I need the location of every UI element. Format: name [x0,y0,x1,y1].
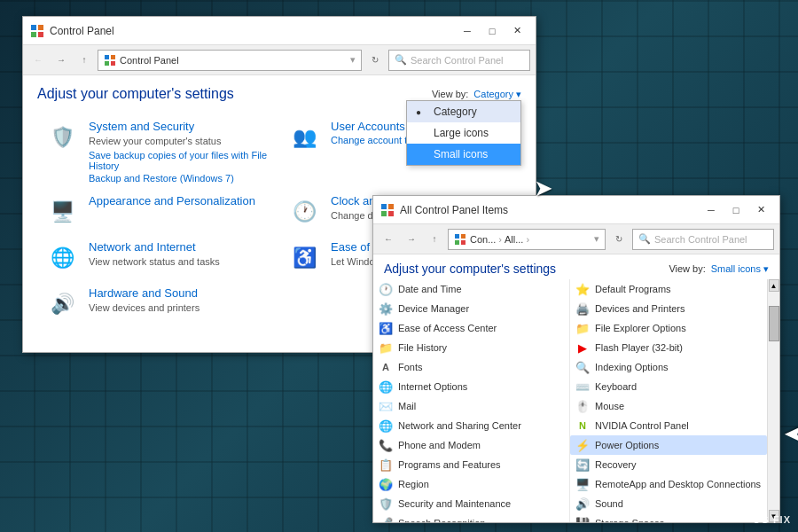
list-item[interactable]: ✉️ Mail [373,396,569,416]
list-item[interactable]: 🔊 Sound [570,494,767,513]
list-item[interactable]: 🖥️ RemoteApp and Desktop Connections [570,474,767,494]
address-field-2[interactable]: Con... › All... › ▾ [448,229,606,250]
list-item[interactable]: 📞 Phone and Modem [373,435,569,455]
datetime-label: Date and Time [398,284,462,294]
power-icon: ⚡ [575,438,590,452]
flash-label: Flash Player (32-bit) [595,342,683,353]
hardware-content: Hardware and Sound View devices and prin… [89,286,272,315]
system-link-2[interactable]: Backup and Restore (Windows 7) [89,173,272,184]
list-item[interactable]: 🔄 Recovery [570,455,767,474]
view-by-2: View by: Small icons ▾ [669,263,769,275]
scrollbar[interactable]: ▲ ▼ [767,279,779,522]
two-col-grid: 🕐 Date and Time ⚙️ Device Manager ♿ Ease… [373,279,767,522]
svg-rect-0 [31,25,36,30]
fileexp-icon: 📁 [575,321,590,335]
devmgr-icon: ⚙️ [379,301,393,316]
list-item[interactable]: ⌨️ Keyboard [570,377,767,396]
address-dropdown-arrow-2[interactable]: ▾ [594,233,599,245]
icon-grid-container: 🕐 Date and Time ⚙️ Device Manager ♿ Ease… [373,279,779,522]
back-btn-2[interactable]: ← [379,230,398,249]
defaultprog-icon: ⭐ [575,282,590,296]
dropdown-item-large[interactable]: Large icons [407,122,520,144]
address-part-1: Con... [470,234,496,245]
svg-rect-9 [388,204,394,209]
devprinters-label: Devices and Printers [595,303,685,314]
mouse-label: Mouse [595,401,624,411]
refresh-btn-1[interactable]: ↻ [365,51,385,70]
list-item[interactable]: ⚡ Power Options [570,435,767,455]
storage-icon: 💾 [575,516,590,522]
flash-icon: ▶ [575,340,590,355]
view-by-dropdown-btn-2[interactable]: Small icons ▾ [711,263,769,275]
dropdown-label-category: Category [434,106,477,118]
search-icon-2: 🔍 [638,233,651,245]
window-title-2: All Control Panel Items [400,204,700,216]
svg-rect-12 [455,234,459,239]
system-link-1[interactable]: Save backup copies of your files with Fi… [89,150,272,171]
list-item[interactable]: 🎤 Speech Recognition [373,513,569,522]
system-content: System and Security Review your computer… [89,120,272,184]
list-item[interactable]: 💾 Storage Spaces [570,513,767,522]
system-title[interactable]: System and Security [89,120,272,133]
svg-rect-2 [31,32,36,37]
filehistory-label: File History [398,342,447,353]
scroll-thumb[interactable] [769,306,779,341]
search-field-1[interactable]: 🔍 Search Control Panel [388,50,530,71]
close-btn-1[interactable]: ✕ [505,22,528,40]
minimize-btn-1[interactable]: ─ [456,22,479,40]
close-btn-2[interactable]: ✕ [749,201,772,219]
dropdown-item-category[interactable]: ● Category [407,101,520,122]
scroll-up-btn[interactable]: ▲ [769,279,779,292]
list-item[interactable]: N NVIDIA Control Panel [570,416,767,435]
list-item[interactable]: A Fonts [373,357,569,377]
view-by-value-1: Category [473,89,513,99]
view-by-arrow-1: ▾ [516,89,521,100]
hardware-title[interactable]: Hardware and Sound [89,286,272,300]
refresh-btn-2[interactable]: ↻ [609,230,629,249]
appearance-title[interactable]: Appearance and Personalization [89,194,272,207]
svg-rect-7 [111,61,115,66]
list-item: 🔊 Hardware and Sound View devices and pr… [37,281,279,327]
list-item[interactable]: ▶ Flash Player (32-bit) [570,338,767,357]
list-item[interactable]: ⭐ Default Programs [570,279,767,299]
titlebar-1: Control Panel ─ □ ✕ [23,17,536,45]
list-item[interactable]: 🌐 Internet Options [373,377,569,396]
address-field-1[interactable]: Control Panel ▾ [98,50,362,71]
list-item: 🖥️ Appearance and Personalization [37,189,279,235]
titlebar-2: All Control Panel Items ─ □ ✕ [373,196,779,224]
dropdown-item-small[interactable]: Small icons [407,144,520,165]
network-title[interactable]: Network and Internet [89,240,272,254]
window-controls-2: ─ □ ✕ [700,201,772,219]
list-item[interactable]: 📋 Programs and Features [373,455,569,474]
right-column: ⭐ Default Programs 🖨️ Devices and Printe… [570,279,767,522]
ease-icon-2: ♿ [379,321,393,335]
user-icon: 👥 [286,120,322,155]
maximize-btn-1[interactable]: □ [481,22,504,40]
region-label: Region [398,479,429,489]
region-icon: 🌍 [379,477,393,491]
list-item[interactable]: ♿ Ease of Access Center [373,318,569,338]
list-item[interactable]: 🌍 Region [373,474,569,494]
view-by-dropdown-btn-1[interactable]: Category ▾ [473,89,521,100]
svg-rect-13 [461,234,466,239]
list-item[interactable]: 🕐 Date and Time [373,279,569,299]
list-item[interactable]: 📁 File History [373,338,569,357]
list-item[interactable]: 🖱️ Mouse [570,396,767,416]
up-btn-1[interactable]: ↑ [74,51,94,70]
back-btn-1[interactable]: ← [28,51,48,70]
search-field-2[interactable]: 🔍 Search Control Panel [632,229,774,250]
list-item[interactable]: 📁 File Explorer Options [570,318,767,338]
list-item[interactable]: ⚙️ Device Manager [373,299,569,318]
view-by-label-1: View by: [432,89,468,99]
forward-btn-2[interactable]: → [402,230,421,249]
list-item[interactable]: 🛡️ Security and Maintenance [373,494,569,513]
list-item[interactable]: 🔍 Indexing Options [570,357,767,377]
address-bar-2: ← → ↑ Con... › All... › ▾ ↻ 🔍 Search Con… [373,224,779,254]
forward-btn-1[interactable]: → [51,51,71,70]
address-dropdown-arrow[interactable]: ▾ [350,54,356,66]
list-item[interactable]: 🌐 Network and Sharing Center [373,416,569,435]
minimize-btn-2[interactable]: ─ [700,201,723,219]
up-btn-2[interactable]: ↑ [425,230,444,249]
list-item[interactable]: 🖨️ Devices and Printers [570,299,767,318]
maximize-btn-2[interactable]: □ [724,201,747,219]
